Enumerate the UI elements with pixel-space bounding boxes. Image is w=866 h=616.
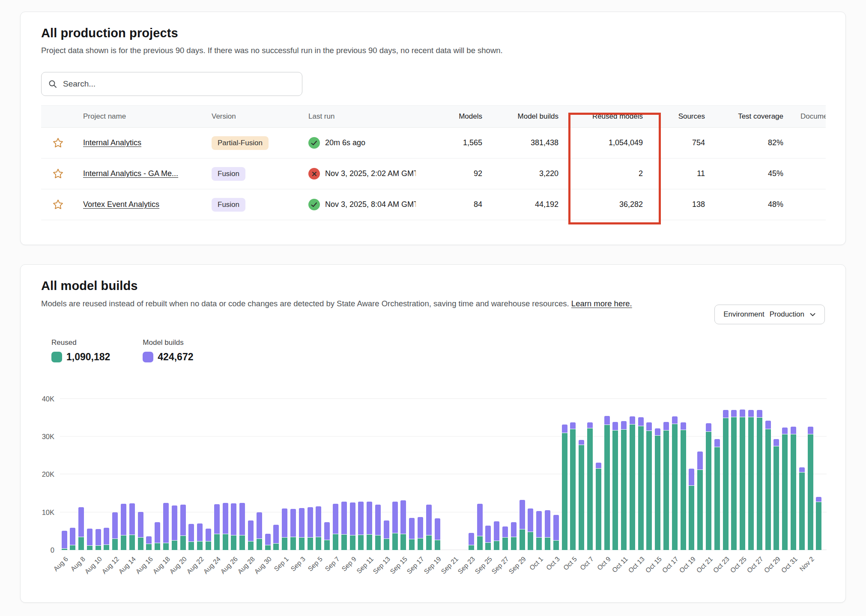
chevron-down-icon <box>809 312 816 317</box>
sources-value: 138 <box>647 200 709 209</box>
bar-aug-16 <box>146 536 152 550</box>
bar-oct-8 <box>596 463 601 550</box>
bar-sep-1 <box>282 508 287 550</box>
bar-oct-22 <box>714 439 720 550</box>
bar-sep-9 <box>350 502 355 550</box>
bar-sep-3 <box>299 508 305 550</box>
bar-aug-12 <box>112 512 118 550</box>
bar-oct-13 <box>638 417 644 550</box>
legend-model-builds-swatch <box>143 352 153 362</box>
bar-oct-5 <box>570 422 576 550</box>
test-coverage-value: 48% <box>709 200 788 209</box>
favorite-star-icon[interactable] <box>41 168 75 179</box>
table-row: Vortex Event AnalyticsFusionNov 3, 2025,… <box>41 189 826 220</box>
table-row: Internal Analytics - GA Me...FusionNov 3… <box>41 158 826 189</box>
project-name-link[interactable]: Internal Analytics - GA Me... <box>83 169 178 178</box>
bar-sep-26 <box>494 521 499 550</box>
bar-oct-4 <box>562 425 567 550</box>
bar-sep-11 <box>367 502 372 550</box>
bar-aug-23 <box>206 529 211 550</box>
bar-oct-1 <box>536 511 542 550</box>
favorite-star-icon[interactable] <box>41 137 75 149</box>
run-status-success-icon <box>308 199 320 210</box>
projects-card-subtitle: Project data shown is for the previous 9… <box>41 46 825 55</box>
bar-oct-2 <box>545 510 550 550</box>
bar-sep-4 <box>308 507 313 550</box>
column-header-reused-models: Reused models <box>563 112 647 121</box>
projects-table-header: Project nameVersionLast runModelsModel b… <box>41 105 826 128</box>
column-header-version: Version <box>212 112 308 121</box>
model-builds-value: 44,192 <box>487 200 563 209</box>
bar-sep-23 <box>469 533 474 550</box>
bar-sep-12 <box>375 505 381 550</box>
bar-aug-21 <box>188 524 194 550</box>
bar-aug-18 <box>163 503 169 550</box>
learn-more-link[interactable]: Learn more here. <box>571 299 632 308</box>
bar-nov-3 <box>816 497 821 550</box>
search-box[interactable] <box>41 72 302 96</box>
column-header-documentation-coverage: Documentation coverage <box>788 112 826 121</box>
bar-oct-30 <box>782 428 788 550</box>
test-coverage-value: 82% <box>709 138 788 147</box>
bar-aug-13 <box>121 504 126 550</box>
environment-value: Production <box>770 310 804 319</box>
models-value: 1,565 <box>441 138 487 147</box>
bar-sep-25 <box>485 526 491 550</box>
last-run-value: Nov 3, 2025, 8:04 AM GMT <box>325 200 416 209</box>
bar-aug-30 <box>265 534 271 550</box>
legend-reused-swatch <box>51 352 62 362</box>
search-input[interactable] <box>63 79 295 89</box>
bar-sep-14 <box>392 502 398 550</box>
version-badge: Partial-Fusion <box>212 136 269 150</box>
bar-aug-29 <box>257 512 262 550</box>
bar-oct-31 <box>791 427 796 550</box>
legend-reused-label: Reused <box>51 338 110 347</box>
models-value: 84 <box>441 200 487 209</box>
projects-table: Project nameVersionLast runModelsModel b… <box>41 105 826 220</box>
bar-sep-15 <box>400 500 406 550</box>
bar-oct-12 <box>630 416 635 550</box>
run-status-error-icon <box>308 168 320 179</box>
project-name-link[interactable]: Internal Analytics <box>83 138 141 147</box>
legend-reused: Reused 1,090,182 <box>51 338 110 363</box>
bar-aug-6 <box>62 531 67 550</box>
favorite-star-icon[interactable] <box>41 199 75 210</box>
column-header-project-name: Project name <box>75 112 212 121</box>
bar-sep-28 <box>511 522 517 550</box>
model-builds-value: 3,220 <box>487 169 563 178</box>
y-axis-tick-label: 30K <box>24 432 54 441</box>
legend-reused-value: 1,090,182 <box>66 351 110 363</box>
project-name-link[interactable]: Vortex Event Analytics <box>83 200 159 209</box>
reused-models-value: 1,054,049 <box>563 138 647 147</box>
bar-aug-17 <box>155 522 160 550</box>
last-run-value: 20m 6s ago <box>325 138 365 147</box>
bar-aug-7 <box>70 528 75 550</box>
models-value: 92 <box>441 169 487 178</box>
bar-aug-20 <box>180 505 186 550</box>
table-row: Internal AnalyticsPartial-Fusion20m 6s a… <box>41 128 826 158</box>
bar-oct-25 <box>740 410 745 550</box>
bar-sep-8 <box>341 502 347 550</box>
bar-oct-19 <box>689 469 694 550</box>
bar-oct-7 <box>587 422 593 550</box>
bar-aug-24 <box>214 504 220 550</box>
bar-oct-21 <box>706 423 711 550</box>
chart-legend: Reused 1,090,182 Model builds 424,672 <box>51 338 193 363</box>
bar-oct-15 <box>655 428 660 550</box>
bar-oct-14 <box>646 422 652 550</box>
bar-sep-19 <box>435 518 440 550</box>
bar-sep-24 <box>477 504 483 550</box>
version-badge: Fusion <box>212 167 245 181</box>
gridline-30K <box>60 436 827 437</box>
legend-model-builds-label: Model builds <box>143 338 193 347</box>
projects-card-title: All production projects <box>41 26 825 40</box>
gridline-20K <box>60 474 827 474</box>
bar-oct-26 <box>748 410 754 550</box>
column-header-models: Models <box>441 112 487 121</box>
bar-aug-31 <box>273 525 279 550</box>
column-header-sources: Sources <box>647 112 709 121</box>
bar-oct-18 <box>681 422 686 550</box>
bar-oct-20 <box>697 452 703 550</box>
environment-select[interactable]: Environment Production <box>714 305 825 324</box>
sources-value: 11 <box>647 169 709 178</box>
